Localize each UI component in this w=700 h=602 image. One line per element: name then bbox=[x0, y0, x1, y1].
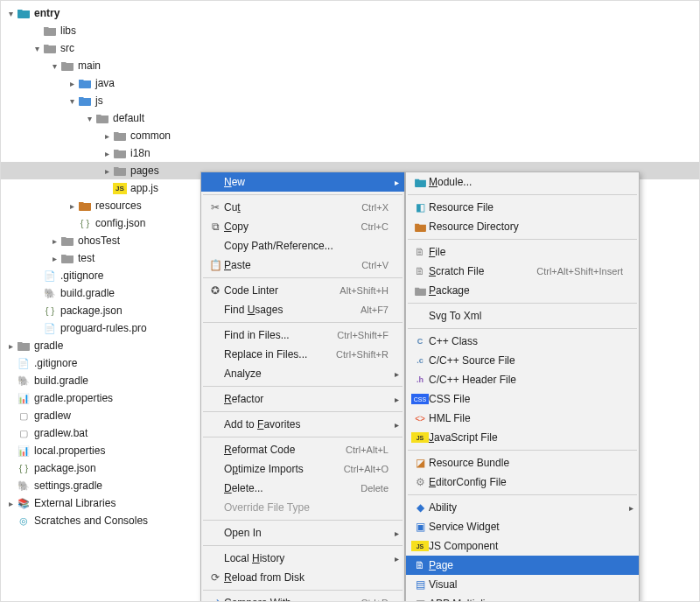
menu-item-new[interactable]: New ▸ bbox=[201, 172, 404, 192]
menu-label: JavaScript File bbox=[429, 431, 623, 444]
menu-label: Find Usages bbox=[224, 304, 360, 316]
menu-separator bbox=[203, 277, 402, 278]
file-icon: 📄 bbox=[43, 321, 57, 335]
package-icon bbox=[411, 284, 429, 298]
menu-item-copypath[interactable]: Copy Path/Reference... bbox=[201, 236, 404, 256]
menu-item-delete[interactable]: Delete... Delete bbox=[201, 479, 404, 498]
menu-item-findusages[interactable]: Find Usages Alt+F7 bbox=[201, 300, 404, 319]
menu-item-compare[interactable]: ⇄ Compare With... Ctrl+D bbox=[201, 593, 404, 602]
menu-item-jsfile[interactable]: JS JavaScript File bbox=[406, 428, 639, 447]
js-file-icon: JS bbox=[411, 432, 429, 443]
menu-item-resbundle[interactable]: ◪ Resource Bundle bbox=[406, 453, 639, 472]
menu-item-file[interactable]: 🗎 File bbox=[406, 242, 639, 262]
menu-item-findinfiles[interactable]: Find in Files... Ctrl+Shift+F bbox=[201, 326, 404, 345]
tree-item-src[interactable]: ▾ src bbox=[1, 39, 699, 57]
editorconfig-icon: ⚙ bbox=[411, 475, 429, 489]
menu-separator bbox=[203, 545, 402, 546]
tree-item-java[interactable]: ▸ java bbox=[1, 74, 699, 92]
menu-item-page[interactable]: 🗎 Page bbox=[406, 556, 639, 575]
folder-icon bbox=[95, 111, 109, 125]
tree-item-default[interactable]: ▾ default bbox=[1, 109, 699, 127]
menu-item-refactor[interactable]: Refactor ▸ bbox=[201, 389, 404, 409]
menu-item-optimize[interactable]: Optimize Imports Ctrl+Alt+O bbox=[201, 459, 404, 479]
tree-item-libs[interactable]: libs bbox=[1, 22, 699, 39]
menu-item-cheader[interactable]: .h C/C++ Header File bbox=[406, 370, 639, 389]
scratches-icon: ◎ bbox=[17, 514, 31, 528]
menu-separator bbox=[203, 194, 402, 195]
menu-item-resdir[interactable]: Resource Directory bbox=[406, 217, 639, 236]
blank-icon bbox=[206, 239, 224, 253]
menu-label: Scratch File bbox=[429, 265, 536, 277]
menu-item-cut[interactable]: ✂ Cut Ctrl+X bbox=[201, 198, 404, 217]
menu-item-ability[interactable]: ◆ Ability ▸ bbox=[406, 498, 639, 517]
tree-item-common[interactable]: ▸ common bbox=[1, 127, 699, 144]
folder-icon bbox=[60, 251, 74, 265]
tree-label: entry bbox=[34, 4, 60, 22]
menu-item-cppclass[interactable]: C C++ Class bbox=[406, 332, 639, 351]
menu-item-package[interactable]: Package bbox=[406, 281, 639, 300]
library-icon: 📚 bbox=[17, 496, 31, 510]
menu-item-codelinter[interactable]: ✪ Code Linter Alt+Shift+H bbox=[201, 281, 404, 300]
chevron-right-icon: ▸ bbox=[395, 395, 399, 404]
menu-separator bbox=[408, 303, 637, 304]
resource-dir-icon bbox=[411, 220, 429, 234]
menu-item-svcwidget[interactable]: ▣ Service Widget bbox=[406, 517, 639, 536]
menu-label: Find in Files... bbox=[224, 329, 337, 341]
menu-item-module[interactable]: Module... bbox=[406, 172, 639, 192]
menu-item-openin[interactable]: Open In ▸ bbox=[201, 523, 404, 542]
tree-label: gradle bbox=[34, 337, 63, 354]
tree-label: Scratches and Consoles bbox=[34, 512, 148, 529]
menu-item-editorcfg[interactable]: ⚙ EditorConfig File bbox=[406, 472, 639, 492]
menu-item-reload[interactable]: ⟳ Reload from Disk bbox=[201, 568, 404, 587]
menu-item-visual[interactable]: ▤ Visual bbox=[406, 575, 639, 594]
menu-item-jscomp[interactable]: JS JS Component bbox=[406, 536, 639, 556]
folder-icon bbox=[113, 146, 127, 160]
blank-icon bbox=[206, 175, 224, 189]
menu-item-svg[interactable]: Svg To Xml bbox=[406, 306, 639, 326]
chevron-right-icon: ▸ bbox=[629, 503, 634, 513]
tree-label: default bbox=[113, 109, 144, 127]
tree-item-main[interactable]: ▾ main bbox=[1, 57, 699, 74]
menu-item-scratch[interactable]: 🗎 Scratch File Ctrl+Alt+Shift+Insert bbox=[406, 262, 639, 281]
menu-label: Visual bbox=[429, 578, 623, 591]
menu-item-css[interactable]: CSS CSS File bbox=[406, 389, 639, 409]
copy-icon: ⧉ bbox=[206, 220, 224, 234]
menu-item-copy[interactable]: ⧉ Copy Ctrl+C bbox=[201, 217, 404, 236]
properties-file-icon: 📊 bbox=[17, 391, 31, 405]
shell-file-icon: ▢ bbox=[17, 409, 31, 423]
menu-item-localhist[interactable]: Local History ▸ bbox=[201, 549, 404, 568]
resources-folder-icon bbox=[78, 199, 92, 213]
tree-item-i18n[interactable]: ▸ i18n bbox=[1, 144, 699, 162]
menu-item-analyze[interactable]: Analyze ▸ bbox=[201, 364, 404, 383]
menu-shortcut: Ctrl+Shift+R bbox=[336, 349, 388, 360]
menu-item-hml[interactable]: <> HML File bbox=[406, 409, 639, 428]
tree-label: libs bbox=[60, 22, 76, 39]
file-icon: 📄 bbox=[17, 356, 31, 370]
menu-label: Delete... bbox=[224, 482, 360, 494]
blank-icon bbox=[206, 462, 224, 476]
menu-item-reformat[interactable]: Reformat Code Ctrl+Alt+L bbox=[201, 440, 404, 459]
tree-item-js[interactable]: ▾ js bbox=[1, 92, 699, 109]
menu-label: Page bbox=[429, 559, 623, 571]
tree-item-entry[interactable]: ▾ entry bbox=[1, 4, 699, 22]
scratch-file-icon: 🗎 bbox=[411, 264, 429, 278]
menu-separator bbox=[203, 520, 402, 521]
menu-item-replaceinfiles[interactable]: Replace in Files... Ctrl+Shift+R bbox=[201, 345, 404, 364]
menu-item-paste[interactable]: 📋 Paste Ctrl+V bbox=[201, 256, 404, 275]
menu-label: Add to Favorites bbox=[224, 418, 388, 430]
menu-shortcut: Ctrl+C bbox=[361, 221, 388, 232]
chevron-right-icon: ▸ bbox=[66, 200, 78, 211]
file-icon: 📄 bbox=[43, 269, 57, 283]
chevron-right-icon: ▸ bbox=[4, 340, 17, 351]
menu-label: Package bbox=[429, 284, 623, 297]
folder-icon bbox=[43, 41, 57, 55]
menu-item-resfile[interactable]: ◧ Resource File bbox=[406, 198, 639, 217]
menu-separator bbox=[203, 322, 402, 323]
menu-item-addfav[interactable]: Add to Favorites ▸ bbox=[201, 415, 404, 434]
tree-label: resources bbox=[95, 197, 142, 214]
menu-separator bbox=[203, 386, 402, 387]
menu-item-appmult[interactable]: ▥ APP Multiplier bbox=[406, 594, 639, 602]
menu-item-csource[interactable]: .c C/C++ Source File bbox=[406, 351, 639, 370]
tree-label: pages bbox=[130, 162, 159, 179]
compare-icon: ⇄ bbox=[206, 596, 224, 602]
